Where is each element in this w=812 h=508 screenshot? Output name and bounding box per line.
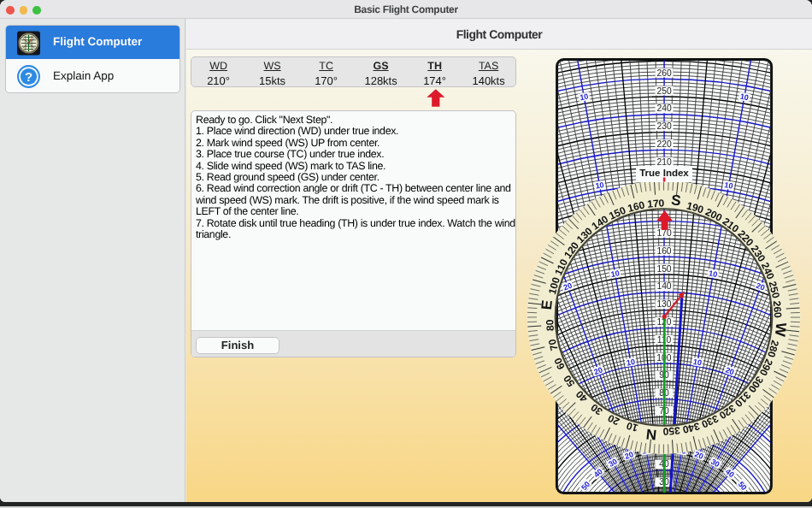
svg-text:10: 10: [692, 357, 703, 368]
svg-text:10: 10: [724, 180, 734, 191]
svg-text:10: 10: [626, 357, 636, 368]
svg-text:W: W: [772, 322, 790, 338]
svg-text:150: 150: [656, 264, 671, 274]
svg-text:E: E: [538, 299, 556, 310]
svg-text:350: 350: [662, 424, 680, 437]
svg-text:80: 80: [544, 319, 556, 332]
svg-text:250: 250: [656, 86, 671, 96]
svg-text:True Index: True Index: [639, 167, 689, 177]
svg-text:260: 260: [656, 68, 671, 78]
svg-text:230: 230: [656, 121, 671, 131]
svg-text:130: 130: [656, 299, 671, 309]
svg-text:240: 240: [656, 103, 671, 113]
svg-text:S: S: [670, 192, 681, 209]
svg-text:10: 10: [708, 269, 718, 279]
svg-text:?: ?: [25, 68, 32, 83]
svg-text:210: 210: [656, 157, 671, 167]
svg-text:170: 170: [647, 197, 665, 210]
svg-text:10: 10: [595, 180, 605, 191]
svg-text:140: 140: [656, 281, 671, 291]
svg-text:10: 10: [580, 92, 590, 103]
svg-text:10: 10: [610, 269, 621, 279]
svg-text:220: 220: [656, 139, 671, 149]
svg-text:10: 10: [739, 92, 750, 103]
svg-text:260: 260: [771, 300, 784, 318]
svg-text:160: 160: [656, 246, 671, 256]
svg-text:N: N: [645, 426, 657, 443]
